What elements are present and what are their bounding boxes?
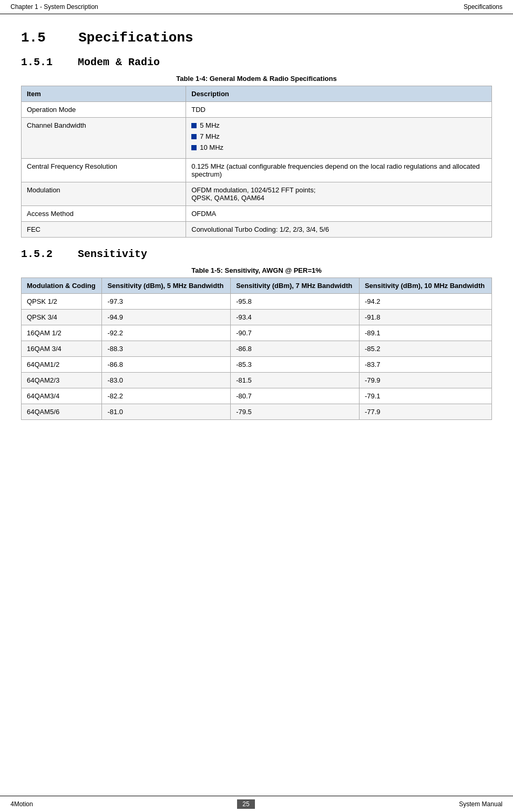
table-row: 64QAM1/2-86.8-85.3-83.7 bbox=[22, 357, 492, 373]
bullet-icon bbox=[191, 123, 197, 128]
table-row: 16QAM 3/4-88.3-86.8-85.2 bbox=[22, 341, 492, 357]
modem-radio-table: Item Description Operation ModeTDDChanne… bbox=[21, 86, 492, 238]
table2-cell: -81.0 bbox=[102, 404, 231, 420]
table-row: Access MethodOFDMA bbox=[22, 206, 492, 222]
table2-cell: 64QAM2/3 bbox=[22, 373, 102, 388]
table2-header-cell: Sensitivity (dBm), 10 MHz Bandwidth bbox=[359, 278, 491, 294]
table-row: 16QAM 1/2-92.2-90.7-89.1 bbox=[22, 325, 492, 341]
table-row: Operation ModeTDD bbox=[22, 102, 492, 118]
table2-cell: -86.8 bbox=[231, 341, 360, 357]
sensitivity-table: Modulation & CodingSensitivity (dBm), 5 … bbox=[21, 277, 492, 420]
page-header: Chapter 1 - System Description Specifica… bbox=[0, 0, 513, 14]
table2-cell: -79.9 bbox=[359, 373, 491, 388]
table2-cell: 64QAM3/4 bbox=[22, 388, 102, 404]
table1-item-cell: Modulation bbox=[22, 182, 186, 206]
table2-cell: 64QAM1/2 bbox=[22, 357, 102, 373]
table-row: QPSK 3/4-94.9-93.4-91.8 bbox=[22, 310, 492, 325]
table-row: 64QAM2/3-83.0-81.5-79.9 bbox=[22, 373, 492, 388]
table2-cell: -83.0 bbox=[102, 373, 231, 388]
table-row: 64QAM3/4-82.2-80.7-79.1 bbox=[22, 388, 492, 404]
table2-cell: -80.7 bbox=[231, 388, 360, 404]
table2-cell: -79.1 bbox=[359, 388, 491, 404]
table2-cell: -94.2 bbox=[359, 294, 491, 310]
table2-cell: -94.9 bbox=[102, 310, 231, 325]
table1-item-cell: Central Frequency Resolution bbox=[22, 159, 186, 182]
page-footer: 4Motion 25 System Manual bbox=[0, 796, 513, 812]
bullet-icon bbox=[191, 134, 197, 139]
table1-title: Table 1-4: General Modem & Radio Specifi… bbox=[21, 75, 492, 83]
table2-cell: -91.8 bbox=[359, 310, 491, 325]
footer-right: System Manual bbox=[459, 800, 502, 808]
table2-cell: -97.3 bbox=[102, 294, 231, 310]
table1-item-cell: FEC bbox=[22, 222, 186, 238]
main-content: 1.5 Specifications 1.5.1 Modem & Radio T… bbox=[0, 14, 513, 462]
table1-desc-cell: TDD bbox=[186, 102, 492, 118]
table2-cell: -85.2 bbox=[359, 341, 491, 357]
table1-desc-cell: 5 MHz7 MHz10 MHz bbox=[186, 118, 492, 159]
table2-cell: -95.8 bbox=[231, 294, 360, 310]
table-row: QPSK 1/2-97.3-95.8-94.2 bbox=[22, 294, 492, 310]
table-row: FECConvolutional Turbo Coding: 1/2, 2/3,… bbox=[22, 222, 492, 238]
table1-header-item: Item bbox=[22, 86, 186, 102]
table2-title: Table 1-5: Sensitivity, AWGN @ PER=1% bbox=[21, 266, 492, 274]
table2-cell: -89.1 bbox=[359, 325, 491, 341]
table1-item-cell: Access Method bbox=[22, 206, 186, 222]
table2-cell: -86.8 bbox=[102, 357, 231, 373]
table1-item-cell: Operation Mode bbox=[22, 102, 186, 118]
table1-desc-cell: OFDMA bbox=[186, 206, 492, 222]
table2-header-cell: Sensitivity (dBm), 7 MHz Bandwidth bbox=[231, 278, 360, 294]
table-row: ModulationOFDM modulation, 1024/512 FFT … bbox=[22, 182, 492, 206]
table2-cell: -88.3 bbox=[102, 341, 231, 357]
table2-cell: 64QAM5/6 bbox=[22, 404, 102, 420]
table2-cell: -79.5 bbox=[231, 404, 360, 420]
footer-page-number: 25 bbox=[237, 799, 254, 809]
table2-cell: -90.7 bbox=[231, 325, 360, 341]
table1-desc-cell: Convolutional Turbo Coding: 1/2, 2/3, 3/… bbox=[186, 222, 492, 238]
table-row: Central Frequency Resolution0.125 MHz (a… bbox=[22, 159, 492, 182]
table2-cell: -93.4 bbox=[231, 310, 360, 325]
table2-cell: QPSK 3/4 bbox=[22, 310, 102, 325]
table2-cell: 16QAM 3/4 bbox=[22, 341, 102, 357]
table2-cell: 16QAM 1/2 bbox=[22, 325, 102, 341]
table2-cell: -77.9 bbox=[359, 404, 491, 420]
table2-cell: -82.2 bbox=[102, 388, 231, 404]
table1-desc-cell: 0.125 MHz (actual configurable frequenci… bbox=[186, 159, 492, 182]
table2-cell: -85.3 bbox=[231, 357, 360, 373]
table1-desc-cell: OFDM modulation, 1024/512 FFT points; QP… bbox=[186, 182, 492, 206]
subsection1-title: 1.5.1 Modem & Radio bbox=[21, 56, 492, 68]
subsection2-title: 1.5.2 Sensitivity bbox=[21, 248, 492, 260]
header-right: Specifications bbox=[464, 3, 502, 11]
footer-left: 4Motion bbox=[11, 800, 33, 808]
table1-header-description: Description bbox=[186, 86, 492, 102]
bullet-icon bbox=[191, 145, 197, 150]
table2-cell: -83.7 bbox=[359, 357, 491, 373]
section-title: 1.5 Specifications bbox=[21, 30, 492, 46]
table2-header-cell: Sensitivity (dBm), 5 MHz Bandwidth bbox=[102, 278, 231, 294]
table2-cell: -92.2 bbox=[102, 325, 231, 341]
table-row: 64QAM5/6-81.0-79.5-77.9 bbox=[22, 404, 492, 420]
table1-item-cell: Channel Bandwidth bbox=[22, 118, 186, 159]
table-row: Channel Bandwidth5 MHz7 MHz10 MHz bbox=[22, 118, 492, 159]
table2-header-cell: Modulation & Coding bbox=[22, 278, 102, 294]
header-left: Chapter 1 - System Description bbox=[11, 3, 98, 11]
table2-cell: -81.5 bbox=[231, 373, 360, 388]
table2-cell: QPSK 1/2 bbox=[22, 294, 102, 310]
